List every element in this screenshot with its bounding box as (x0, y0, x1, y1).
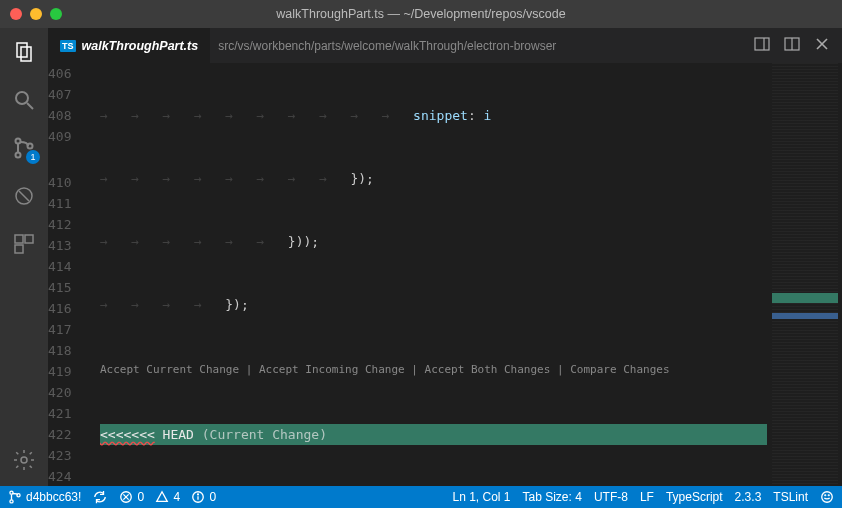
cursor-position-status[interactable]: Ln 1, Col 1 (452, 490, 510, 504)
editor-body[interactable]: 406 407 408 409 410 411 412 413 414 415 … (48, 63, 842, 486)
eol-status[interactable]: LF (640, 490, 654, 504)
scm-badge: 1 (26, 150, 40, 164)
activity-bar: 1 (0, 28, 48, 486)
explorer-icon[interactable] (10, 38, 38, 66)
sync-status[interactable] (93, 490, 107, 504)
accept-both-link[interactable]: Accept Both Changes (425, 363, 551, 376)
line-gutter: 406 407 408 409 410 411 412 413 414 415 … (48, 63, 100, 486)
window-controls (10, 8, 62, 20)
code-content[interactable]: → → → → → → → → → → snippet: i → → → → →… (100, 63, 767, 486)
debug-icon[interactable] (10, 182, 38, 210)
svg-line-3 (27, 103, 33, 109)
source-control-icon[interactable]: 1 (10, 134, 38, 162)
conflict-head-marker: <<<<<<< HEAD (Current Change) (100, 424, 767, 445)
svg-point-20 (10, 500, 13, 503)
tab-bar: TS walkThroughPart.ts src/vs/workbench/p… (48, 28, 842, 63)
svg-line-8 (19, 191, 29, 201)
minimap[interactable] (767, 63, 842, 486)
titlebar: walkThroughPart.ts — ~/Development/repos… (0, 0, 842, 28)
accept-incoming-link[interactable]: Accept Incoming Change (259, 363, 405, 376)
svg-point-28 (822, 492, 833, 503)
tab-size-status[interactable]: Tab Size: 4 (523, 490, 582, 504)
typescript-file-icon: TS (60, 40, 76, 52)
encoding-status[interactable]: UTF-8 (594, 490, 628, 504)
settings-gear-icon[interactable] (10, 446, 38, 474)
tab-filename: walkThroughPart.ts (82, 39, 199, 53)
close-editor-icon[interactable] (814, 36, 830, 55)
extensions-icon[interactable] (10, 230, 38, 258)
ts-version-status[interactable]: 2.3.3 (735, 490, 762, 504)
tab-active[interactable]: TS walkThroughPart.ts (48, 28, 210, 63)
problems-status[interactable]: 0 4 0 (119, 490, 216, 504)
accept-current-link[interactable]: Accept Current Change (100, 363, 239, 376)
svg-rect-0 (17, 43, 27, 57)
svg-rect-13 (755, 38, 769, 50)
close-window-icon[interactable] (10, 8, 22, 20)
feedback-smiley-icon[interactable] (820, 490, 834, 504)
svg-point-30 (828, 495, 829, 496)
svg-point-27 (198, 494, 199, 495)
svg-rect-9 (15, 235, 23, 243)
svg-rect-11 (15, 245, 23, 253)
search-icon[interactable] (10, 86, 38, 114)
window-title: walkThroughPart.ts — ~/Development/repos… (276, 7, 565, 21)
git-branch-status[interactable]: d4bbcc63! (8, 490, 81, 504)
svg-point-2 (16, 92, 28, 104)
svg-rect-1 (21, 47, 31, 61)
svg-point-4 (16, 139, 21, 144)
minimize-window-icon[interactable] (30, 8, 42, 20)
svg-rect-10 (25, 235, 33, 243)
svg-point-29 (825, 495, 826, 496)
split-editor-icon[interactable] (754, 36, 770, 55)
breadcrumb[interactable]: src/vs/workbench/parts/welcome/walkThrou… (218, 39, 556, 53)
compare-changes-link[interactable]: Compare Changes (570, 363, 669, 376)
svg-point-5 (16, 153, 21, 158)
layout-icon[interactable] (784, 36, 800, 55)
status-bar: d4bbcc63! 0 4 0 Ln 1, Col 1 Tab Size: 4 … (0, 486, 842, 508)
tslint-status[interactable]: TSLint (773, 490, 808, 504)
language-status[interactable]: TypeScript (666, 490, 723, 504)
svg-point-12 (21, 457, 27, 463)
merge-codelens: Accept Current Change | Accept Incoming … (100, 357, 767, 382)
zoom-window-icon[interactable] (50, 8, 62, 20)
